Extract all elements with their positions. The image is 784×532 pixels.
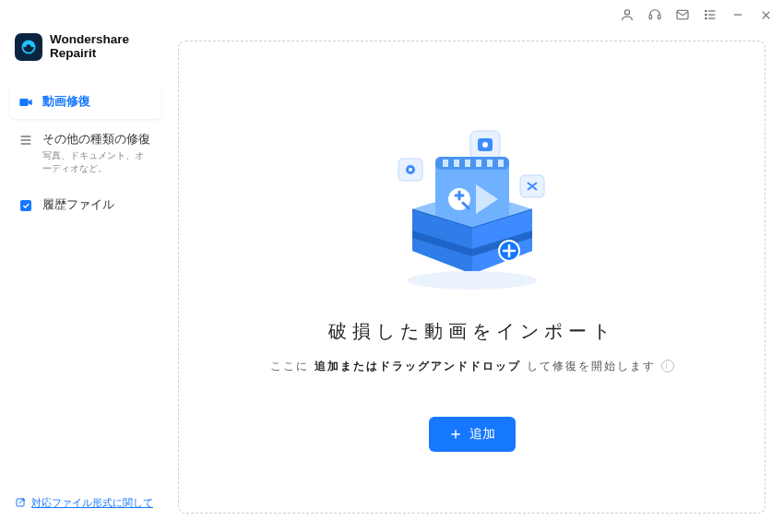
close-button[interactable] <box>753 2 778 28</box>
brand: Wondershare Repairit <box>0 30 171 79</box>
sidebar-item-video-repair[interactable]: 動画修復 <box>9 85 161 119</box>
body: Wondershare Repairit 動画修復 <box>0 30 784 532</box>
footer-link-label: 対応ファイル形式に関して <box>31 496 153 510</box>
app-window: Wondershare Repairit 動画修復 <box>0 0 784 532</box>
info-icon[interactable]: i <box>661 360 674 372</box>
svg-rect-34 <box>487 160 493 167</box>
headline: 破損した動画をインポート <box>328 319 616 344</box>
sidebar-item-label: その他の種類の修復 <box>42 132 152 148</box>
external-link-icon <box>15 497 26 508</box>
sidebar-footer: 対応ファイル形式に関して <box>0 495 171 532</box>
brand-line2: Repairit <box>50 47 129 61</box>
svg-point-14 <box>26 44 30 49</box>
subline-suffix: して修復を開始します <box>527 359 656 374</box>
svg-rect-31 <box>454 160 459 167</box>
dropzone[interactable]: 破損した動画をインポート ここに追加またはドラッグアンドドロップして修復を開始し… <box>178 41 766 514</box>
svg-rect-35 <box>498 160 504 167</box>
list-icon <box>18 133 33 148</box>
svg-rect-30 <box>443 160 448 167</box>
svg-rect-2 <box>658 15 660 19</box>
support-icon[interactable] <box>642 2 668 28</box>
sidebar: Wondershare Repairit 動画修復 <box>0 30 171 532</box>
svg-point-4 <box>706 10 707 11</box>
supported-formats-link[interactable]: 対応ファイル形式に関して <box>15 496 153 510</box>
history-check-icon <box>18 198 33 213</box>
svg-rect-32 <box>465 160 470 167</box>
svg-point-26 <box>409 168 412 171</box>
svg-point-39 <box>408 271 537 290</box>
svg-point-0 <box>624 10 629 15</box>
brand-logo-icon <box>15 33 42 61</box>
subline-bold: 追加またはドラッグアンドドロップ <box>315 359 521 374</box>
sidebar-item-label: 動画修復 <box>42 94 90 110</box>
subline-prefix: ここに <box>270 359 309 374</box>
sidebar-nav: 動画修復 その他の種類の修復 写真、ドキュメント、オーディオなど。 <box>0 79 171 228</box>
minimize-button[interactable] <box>725 2 751 28</box>
menu-icon[interactable] <box>697 2 723 28</box>
plus-icon <box>449 428 462 441</box>
svg-rect-33 <box>476 160 481 167</box>
svg-rect-3 <box>677 10 688 18</box>
svg-rect-19 <box>20 200 31 211</box>
svg-point-6 <box>706 14 707 15</box>
titlebar <box>0 0 784 30</box>
svg-point-8 <box>706 18 707 18</box>
main-area: 破損した動画をインポート ここに追加またはドラッグアンドドロップして修復を開始し… <box>171 30 784 532</box>
sidebar-item-other-repair[interactable]: その他の種類の修復 写真、ドキュメント、オーディオなど。 <box>9 123 161 184</box>
illustration <box>371 122 574 297</box>
svg-rect-1 <box>649 15 652 19</box>
add-button[interactable]: 追加 <box>429 417 516 452</box>
brand-name: Wondershare Repairit <box>50 33 129 61</box>
sidebar-item-label: 履歴ファイル <box>42 197 114 213</box>
video-icon <box>18 95 33 110</box>
mail-icon[interactable] <box>670 2 695 28</box>
brand-line1: Wondershare <box>50 33 129 47</box>
sidebar-item-sub: 写真、ドキュメント、オーディオなど。 <box>42 149 152 175</box>
svg-point-23 <box>482 142 488 148</box>
svg-rect-15 <box>19 99 28 106</box>
add-button-label: 追加 <box>469 426 495 443</box>
account-icon[interactable] <box>614 2 640 28</box>
subline: ここに追加またはドラッグアンドドロップして修復を開始します i <box>270 359 674 374</box>
sidebar-item-history[interactable]: 履歴ファイル <box>9 188 161 222</box>
